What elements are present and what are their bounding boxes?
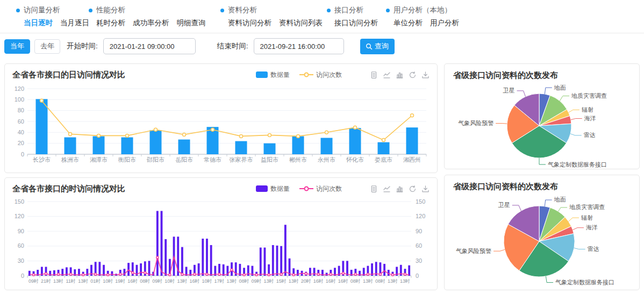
legend-bar-swatch — [256, 71, 268, 78]
line-marker — [70, 273, 72, 275]
line-chart-toggle-icon[interactable] — [383, 185, 391, 193]
y-axis-tick-label: 0 — [21, 151, 24, 157]
line-chart-toggle-icon[interactable] — [383, 71, 391, 79]
data-view-icon[interactable] — [370, 71, 378, 79]
x-axis-tick-label: 20时 — [301, 278, 311, 284]
y-axis-right-tick-label: 120 — [416, 213, 425, 219]
restore-icon[interactable] — [409, 71, 417, 79]
bar — [378, 142, 390, 154]
bar — [383, 264, 385, 276]
pie-label: 雷达 — [584, 132, 596, 138]
line-marker — [169, 274, 171, 276]
line-marker — [268, 133, 271, 137]
x-axis-tick-label: 湘潭市 — [90, 156, 108, 163]
line-marker — [181, 273, 183, 275]
nav-subitems: 资料访问分析资料访问列表 — [220, 18, 327, 28]
hourly-chart-toolbox — [370, 185, 430, 193]
x-axis-tick-label: 08时 — [239, 278, 249, 284]
x-axis-tick-label: 张家界市 — [230, 156, 253, 163]
nav-group-title[interactable]: 资料分析 — [220, 5, 327, 15]
line-marker — [231, 269, 233, 271]
bullet-dot-icon — [220, 9, 224, 12]
legend-item-bar[interactable]: 数据量 — [256, 70, 290, 80]
pie-top-chart[interactable]: 地面地质灾害调查辐射海洋雷达气象定制数据服务接口气象风险预警卫星 — [449, 83, 636, 169]
restore-icon[interactable] — [409, 185, 417, 193]
bar-chart-toggle-icon[interactable] — [396, 185, 404, 193]
start-time-input[interactable] — [103, 38, 196, 54]
line-marker — [107, 274, 109, 276]
end-time-input[interactable] — [254, 38, 344, 54]
nav-item[interactable]: 成功率分析 — [133, 18, 169, 28]
nav-item[interactable]: 接口访问分析 — [334, 18, 378, 28]
line-marker — [297, 134, 300, 138]
nav-item[interactable]: 当月逐日 — [60, 18, 89, 28]
bar-chart-toggle-icon[interactable] — [396, 71, 404, 79]
nav-subitems: 当日逐时当月逐日 — [16, 18, 89, 28]
bar — [313, 268, 316, 276]
line-marker — [33, 274, 35, 276]
nav-group-title[interactable]: 接口分析 — [327, 5, 386, 15]
line-marker — [183, 133, 186, 136]
bullet-dot-icon — [327, 9, 331, 12]
last-year-button[interactable]: 去年 — [34, 39, 60, 54]
nav-item[interactable]: 明细查询 — [177, 18, 206, 28]
x-axis-tick-label: 衡阳市 — [118, 156, 136, 163]
bar — [260, 248, 262, 276]
top-nav: 访问量分析当日逐时当月逐日性能分析耗时分析成功率分析明细查询资料分析资料访问分析… — [0, 0, 644, 33]
nav-group-title-label: 性能分析 — [96, 5, 125, 15]
nav-group-0: 访问量分析当日逐时当月逐日 — [16, 5, 89, 33]
legend-line-swatch — [299, 185, 313, 192]
x-axis-tick-label: 13时 — [227, 278, 237, 284]
y-axis-right-tick-label: 60 — [416, 242, 422, 249]
line-marker — [367, 273, 369, 275]
x-axis-tick-label: 16时 — [127, 278, 138, 284]
daily-chart-panel: 全省各市接口的日访问情况对比 数据量访问次数 020406080100120长沙… — [4, 63, 438, 173]
x-axis-tick-label: 01时 — [90, 278, 101, 284]
bar — [36, 99, 48, 154]
x-axis-tick-label: 08时 — [140, 278, 150, 284]
nav-item[interactable]: 耗时分析 — [96, 18, 125, 28]
download-icon[interactable] — [421, 185, 430, 193]
line-marker — [391, 274, 393, 276]
legend-item-bar[interactable]: 数据量 — [256, 184, 290, 193]
nav-item[interactable]: 单位分析 — [393, 18, 423, 28]
x-axis-tick-label: 永州市 — [318, 156, 335, 163]
line-marker — [317, 273, 319, 275]
nav-item[interactable]: 用户分析 — [430, 18, 459, 28]
bar — [124, 269, 126, 276]
bullet-dot-icon — [16, 9, 20, 12]
pie-bottom-chart[interactable]: 地面地质灾害调查辐射海洋雷达气象定制数据服务接口气象风险预警卫星 — [449, 194, 636, 290]
nav-group-title[interactable]: 性能分析 — [89, 5, 220, 15]
x-axis-tick-label: 株洲市 — [61, 156, 79, 163]
legend-item-line[interactable]: 访问次数 — [299, 184, 342, 193]
bullet-dot-icon — [89, 9, 92, 12]
y-axis-tick-label: 120 — [15, 213, 24, 219]
legend-item-line[interactable]: 访问次数 — [299, 70, 342, 80]
nav-item[interactable]: 当日逐时 — [24, 18, 53, 28]
hourly-bar-line-chart[interactable]: 0030306060909012012015015009时21时13时11时13… — [9, 196, 434, 290]
download-icon[interactable] — [421, 71, 430, 79]
x-axis-tick-label: 09时 — [152, 278, 162, 284]
line-marker — [194, 273, 196, 275]
this-year-button[interactable]: 当年 — [4, 39, 30, 54]
pie-label: 海洋 — [586, 224, 598, 231]
bar — [28, 271, 31, 276]
daily-bar-line-chart[interactable]: 020406080100120长沙市株洲市湘潭市衡阳市邵阳市岳阳市常德市张家界市… — [9, 82, 434, 171]
end-time-label: 结束时间: — [217, 41, 248, 51]
bar — [121, 137, 133, 154]
nav-group-title[interactable]: 访问量分析 — [16, 5, 89, 15]
legend-label: 数据量 — [270, 184, 290, 193]
nav-item[interactable]: 资料访问列表 — [279, 18, 323, 28]
pie-bottom-panel: 省级接口访问资料的次数发布 地面地质灾害调查辐射海洋雷达气象定制数据服务接口气象… — [444, 175, 640, 290]
x-axis-tick-label: 郴州市 — [289, 156, 307, 163]
pie-label: 辐射 — [581, 214, 593, 221]
x-axis-tick-label: 邵阳市 — [146, 156, 164, 163]
nav-group-title[interactable]: 用户分析（本地） — [386, 5, 459, 15]
x-axis-tick-label: 常德市 — [204, 156, 221, 163]
bar — [93, 136, 105, 154]
search-button[interactable]: 查询 — [360, 39, 395, 54]
nav-subitems: 单位分析用户分析 — [386, 18, 459, 28]
nav-item[interactable]: 资料访问分析 — [228, 18, 271, 28]
data-view-icon[interactable] — [370, 185, 378, 193]
bar — [346, 261, 348, 276]
